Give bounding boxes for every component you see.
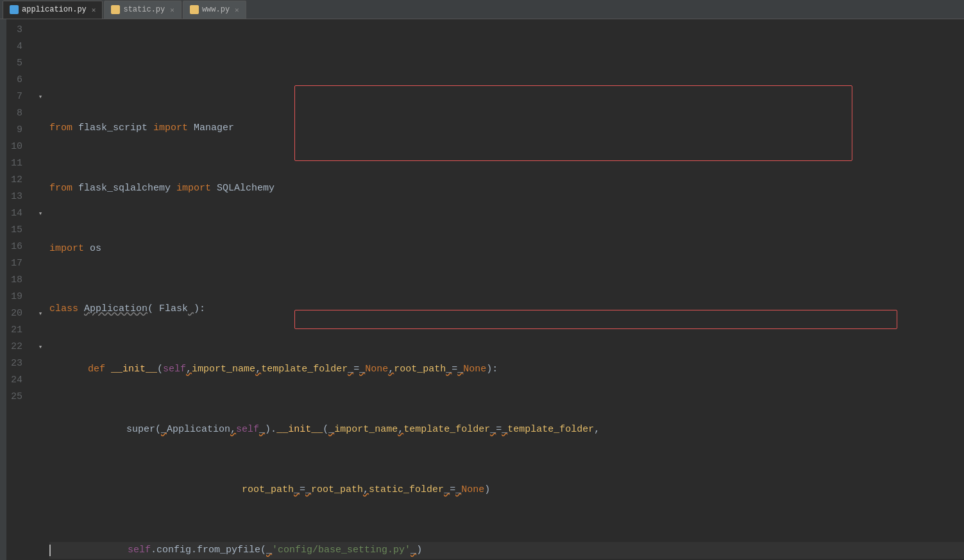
code-line-3: from flask_script import Manager [49, 120, 964, 137]
code-line-9: root_path_=_root_path,static_folder_=_No… [49, 482, 964, 498]
code-line-8: super(_Application,self_).__init__(_impo… [49, 421, 964, 438]
tab-close-static[interactable]: ✕ [170, 6, 174, 14]
fold-icon-20[interactable]: ▾ [35, 305, 46, 322]
tab-label-application: application.py [22, 5, 87, 14]
fold-icon-22[interactable]: ▾ [35, 339, 46, 355]
code-line-5: import os [49, 241, 964, 257]
tab-label-static: static.py [123, 5, 165, 14]
tab-label-www: www.py [202, 5, 230, 14]
code-area[interactable]: from flask_script import Manager from fl… [47, 19, 964, 560]
fold-icon-14[interactable]: ▾ [35, 205, 46, 222]
fold-icon-7[interactable]: ▾ [35, 89, 46, 105]
tabs-bar: application.py ✕ static.py ✕ www.py ✕ [0, 0, 964, 19]
code-line-6: class Application( Flask ): [49, 301, 964, 318]
tab-www[interactable]: www.py ✕ [183, 1, 246, 19]
code-line-7: def __init__(self,import_name,template_f… [49, 361, 964, 378]
editor-container: 3 4 5 6 7 8 9 10 11 12 13 14 15 16 17 18… [0, 19, 964, 560]
left-sidebar [0, 19, 6, 560]
code-line-4: from flask_sqlalchemy import SQLAlchemy [49, 180, 964, 197]
fold-gutter: ▾ ▾ ▾ ▾ [35, 19, 47, 560]
code-line-10: self.config.from_pyfile(_'config/base_se… [49, 542, 964, 559]
line-numbers: 3 4 5 6 7 8 9 10 11 12 13 14 15 16 17 18… [6, 19, 35, 560]
tab-close-www[interactable]: ✕ [235, 6, 239, 14]
tab-close-application[interactable]: ✕ [92, 6, 96, 14]
tab-application[interactable]: application.py ✕ [3, 1, 103, 19]
tab-static[interactable]: static.py ✕ [104, 1, 181, 19]
